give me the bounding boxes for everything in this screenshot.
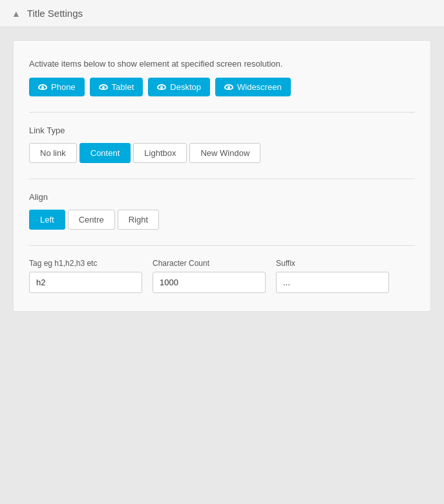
- align-left-button[interactable]: Left: [29, 210, 65, 230]
- link-type-label: Link Type: [29, 126, 415, 135]
- align-label: Align: [29, 192, 415, 202]
- suffix-label: Suffix: [276, 259, 389, 268]
- activate-text: Activate items below to show element at …: [29, 59, 415, 69]
- align-section: Align Left Centre Right: [29, 192, 415, 230]
- page-title: Title Settings: [27, 8, 83, 19]
- character-count-input[interactable]: [153, 272, 266, 293]
- settings-card: Activate items below to show element at …: [13, 40, 431, 312]
- tag-field-group: Tag eg h1,h2,h3 etc: [29, 259, 142, 293]
- divider-1: [29, 112, 415, 113]
- align-centre-button[interactable]: Centre: [68, 210, 115, 230]
- desktop-button[interactable]: Desktop: [148, 78, 210, 96]
- tag-label: Tag eg h1,h2,h3 etc: [29, 259, 142, 268]
- suffix-input[interactable]: [276, 272, 389, 293]
- eye-icon: [157, 84, 166, 90]
- device-buttons-group: Phone Tablet Desktop Widescreen: [29, 78, 415, 96]
- eye-icon: [99, 84, 108, 90]
- phone-button[interactable]: Phone: [29, 78, 85, 96]
- widescreen-button-label: Widescreen: [237, 82, 282, 92]
- link-type-section: Link Type No link Content Lightbox New W…: [29, 126, 415, 163]
- align-right-button[interactable]: Right: [118, 210, 159, 230]
- link-type-lightbox-button[interactable]: Lightbox: [133, 143, 187, 163]
- character-count-label: Character Count: [153, 259, 266, 268]
- link-type-buttons: No link Content Lightbox New Window: [29, 143, 415, 163]
- phone-button-label: Phone: [51, 82, 76, 92]
- tablet-button[interactable]: Tablet: [90, 78, 143, 96]
- divider-2: [29, 179, 415, 179]
- link-type-new-window-button[interactable]: New Window: [189, 143, 260, 163]
- divider-3: [29, 245, 415, 246]
- link-type-no-link-button[interactable]: No link: [29, 143, 77, 163]
- character-count-field-group: Character Count: [153, 259, 266, 293]
- page-header: ▲ Title Settings: [0, 0, 444, 27]
- suffix-field-group: Suffix: [276, 259, 389, 293]
- eye-icon: [38, 84, 47, 90]
- content-area: Activate items below to show element at …: [0, 27, 444, 504]
- link-type-content-button[interactable]: Content: [79, 143, 131, 163]
- eye-icon: [224, 84, 233, 90]
- chevron-up-icon: ▲: [12, 8, 21, 19]
- widescreen-button[interactable]: Widescreen: [215, 78, 291, 96]
- tag-input[interactable]: [29, 272, 142, 293]
- desktop-button-label: Desktop: [170, 82, 201, 92]
- tablet-button-label: Tablet: [112, 82, 134, 92]
- align-buttons: Left Centre Right: [29, 210, 415, 230]
- fields-row: Tag eg h1,h2,h3 etc Character Count Suff…: [29, 259, 415, 293]
